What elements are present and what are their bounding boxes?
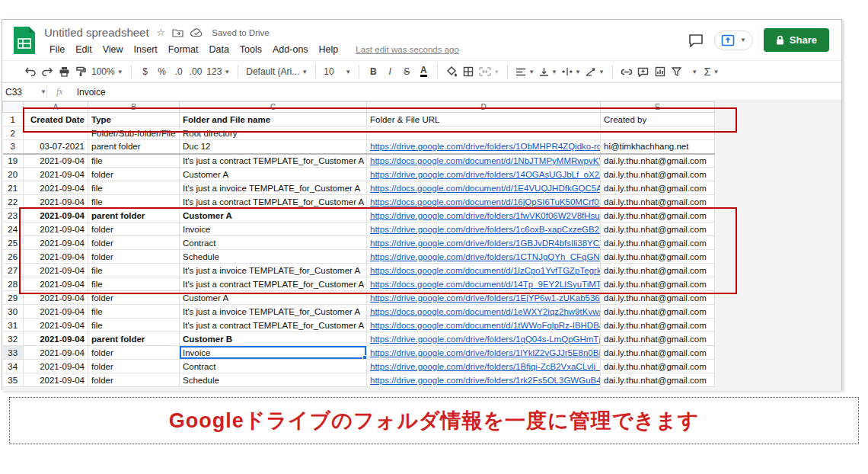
cell-E29[interactable]: dai.ly.thu.nhat@gmail.com [601,291,715,305]
row-header-3[interactable]: 3 [3,140,24,154]
bold-button[interactable]: B [365,62,381,81]
fill-color-button[interactable] [443,62,460,81]
row-header-1[interactable]: 1 [3,113,24,127]
url-link[interactable]: https://drive.google.com/drive/folders/1… [370,348,601,357]
cell-B19[interactable]: file [88,154,180,168]
cell-C30[interactable]: It's just a invoice TEMPLATE_for_Custome… [180,305,367,319]
cell-C22[interactable]: It's just a contract TEMPLATE_for_Custom… [180,195,367,209]
strikethrough-button[interactable]: S [398,62,415,81]
cell-B31[interactable]: file [88,319,180,332]
url-link[interactable]: https://docs.google.com/document/d/1NbJT… [370,156,601,165]
cell-E26[interactable]: dai.ly.thu.nhat@gmail.com [601,250,715,264]
row-header-35[interactable]: 35 [3,373,24,387]
cell-B32[interactable]: parent folder [88,332,180,346]
cell-B22[interactable]: file [88,195,180,209]
cell-E33[interactable]: dai.ly.thu.nhat@gmail.com [601,346,715,360]
cell-A19[interactable]: 2021-09-04 [24,154,88,168]
cell-E30[interactable]: dai.ly.thu.nhat@gmail.com [601,305,715,319]
cell-D20[interactable]: https://drive.google.com/drive/folders/1… [367,168,601,181]
column-header-A[interactable]: A [24,102,88,113]
cell-A1[interactable]: Created Date [24,113,88,127]
cell-A30[interactable]: 2021-09-04 [24,305,88,319]
cell-B27[interactable]: file [88,264,180,277]
cell-C31[interactable]: It's just a contract TEMPLATE_for_Custom… [180,319,367,332]
menu-insert[interactable]: Insert [129,43,163,56]
row-header-19[interactable]: 19 [3,154,24,168]
url-link[interactable]: https://docs.google.com/document/d/16jQp… [370,197,601,207]
cell-C25[interactable]: Contract [180,236,367,250]
cell-D29[interactable]: https://drive.google.com/drive/folders/1… [367,291,601,305]
cell-C27[interactable]: It's just a invoice TEMPLATE_for_Custome… [180,264,367,277]
url-link[interactable]: https://drive.google.com/drive/folders/1… [370,293,601,303]
cell-D22[interactable]: https://docs.google.com/document/d/16jQp… [367,195,601,209]
cell-D28[interactable]: https://docs.google.com/document/d/14Tp_… [367,277,601,291]
row-header-34[interactable]: 34 [3,360,24,373]
present-to-meeting-button[interactable]: ▼ [714,30,753,50]
row-header-23[interactable]: 23 [3,209,24,223]
italic-button[interactable]: I [381,62,398,81]
cell-D21[interactable]: https://docs.google.com/document/d/1E4VU… [367,181,601,195]
row-header-25[interactable]: 25 [3,236,24,250]
cell-B35[interactable]: folder [88,373,180,387]
cell-B2[interactable]: Folder/Sub-folder/File [88,127,180,140]
format-percent-button[interactable]: % [154,62,171,81]
row-header-2[interactable]: 2 [3,127,24,140]
cell-D30[interactable]: https://docs.google.com/document/d/1eWXY… [367,305,601,319]
redo-button[interactable] [39,62,56,81]
cell-B21[interactable]: file [88,181,180,195]
cell-A31[interactable]: 2021-09-04 [24,319,88,332]
font-select[interactable]: Default (Ari...▼ [244,62,310,81]
borders-button[interactable] [460,62,477,81]
cell-E23[interactable]: dai.ly.thu.nhat@gmail.com [601,209,715,223]
row-header-30[interactable]: 30 [3,305,24,319]
present-dropdown-caret[interactable]: ▼ [740,37,746,43]
cell-E31[interactable]: dai.ly.thu.nhat@gmail.com [601,319,715,332]
cell-E19[interactable]: dai.ly.thu.nhat@gmail.com [601,154,715,168]
cell-A24[interactable]: 2021-09-04 [24,223,88,236]
cell-D24[interactable]: https://drive.google.com/drive/folders/1… [367,223,601,236]
menu-edit[interactable]: Edit [70,43,97,56]
cell-E20[interactable]: dai.ly.thu.nhat@gmail.com [601,168,715,181]
text-wrap-button[interactable]: ▼ [560,62,583,81]
cell-C20[interactable]: Customer A [180,168,367,181]
undo-button[interactable] [22,62,39,81]
comment-history-icon[interactable] [688,34,704,47]
print-button[interactable] [56,62,72,81]
column-header-C[interactable]: C [180,102,367,113]
cell-D31[interactable]: https://docs.google.com/document/d/1tWWo… [367,319,601,332]
url-link[interactable]: https://docs.google.com/document/d/1eWXY… [370,307,601,316]
cell-B23[interactable]: parent folder [88,209,180,223]
menu-addons[interactable]: Add-ons [267,43,314,56]
filter-views-button[interactable]: ▼ [685,62,702,81]
cell-A2[interactable] [24,127,88,140]
sheets-logo-icon[interactable] [12,25,37,56]
cell-E25[interactable]: dai.ly.thu.nhat@gmail.com [601,236,715,250]
cell-A25[interactable]: 2021-09-04 [24,236,88,250]
row-header-27[interactable]: 27 [3,264,24,277]
url-link[interactable]: https://docs.google.com/document/d/1tWWo… [370,321,601,330]
format-currency-button[interactable]: $ [137,62,154,81]
cell-B30[interactable]: file [88,305,180,319]
zoom-select[interactable]: 100%▼ [89,62,126,81]
url-link[interactable]: https://drive.google.com/drive/folders/1… [370,376,601,385]
cell-E22[interactable]: dai.ly.thu.nhat@gmail.com [601,195,715,209]
cell-A3[interactable]: 03-07-2021 [24,140,88,154]
row-header-21[interactable]: 21 [3,181,24,195]
paint-format-button[interactable] [72,62,89,81]
cell-B3[interactable]: parent folder [88,140,180,154]
menu-view[interactable]: View [97,43,129,56]
cell-A23[interactable]: 2021-09-04 [24,209,88,223]
url-link[interactable]: https://drive.google.com/drive/folders/1… [370,211,601,220]
cell-D26[interactable]: https://drive.google.com/drive/folders/1… [367,250,601,264]
formula-input[interactable]: Invoice [74,87,106,98]
url-link[interactable]: https://drive.google.com/drive/folders/1… [370,252,601,261]
move-folder-icon[interactable] [172,28,183,37]
cell-E24[interactable]: dai.ly.thu.nhat@gmail.com [601,223,715,236]
cell-E3[interactable]: hi@timkhachhang.net [601,140,715,154]
row-header-26[interactable]: 26 [3,250,24,264]
url-link[interactable]: https://drive.google.com/drive/folders/1… [370,239,601,248]
column-header-D[interactable]: D [367,102,601,113]
cell-E2[interactable] [601,127,715,140]
cell-B24[interactable]: folder [88,223,180,236]
cell-E28[interactable]: dai.ly.thu.nhat@gmail.com [601,277,715,291]
